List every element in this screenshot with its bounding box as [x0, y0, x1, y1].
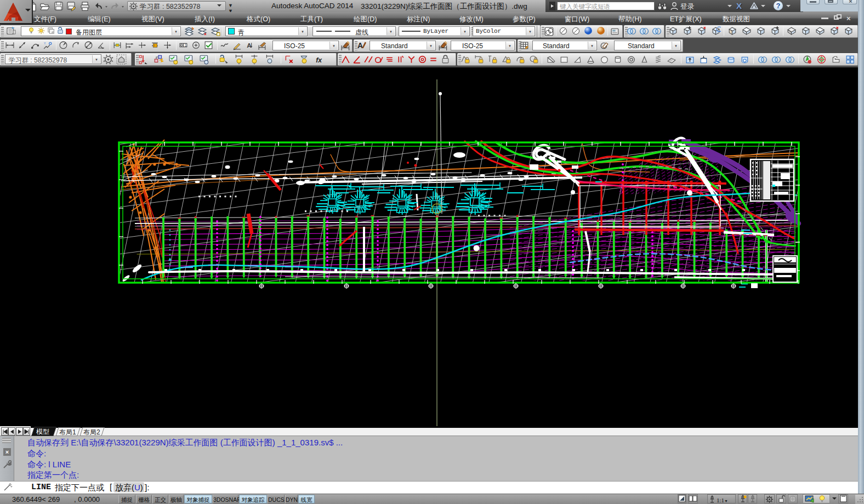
svg-text:Y: Y	[44, 42, 46, 45]
svg-text:A: A	[357, 42, 363, 50]
svg-text:A: A	[247, 42, 252, 49]
svg-text:1: 1	[185, 43, 187, 47]
svg-text:fx: fx	[316, 56, 322, 64]
